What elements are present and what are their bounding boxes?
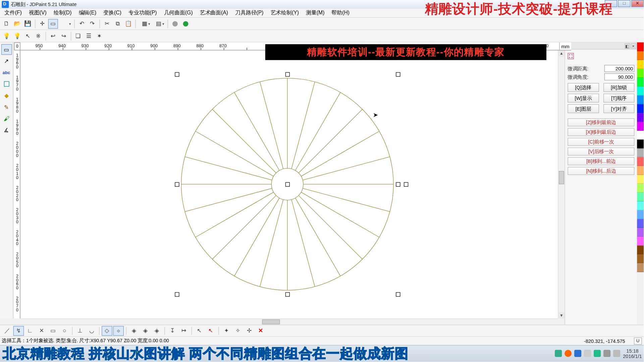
- bt-line-icon[interactable]: ／: [2, 326, 12, 336]
- color-swatch[interactable]: [637, 139, 644, 148]
- color-swatch[interactable]: [637, 228, 644, 237]
- color-swatch[interactable]: [637, 122, 644, 131]
- scroll-up-icon[interactable]: ▲: [558, 50, 565, 56]
- select-tool-icon[interactable]: ▭: [1, 44, 12, 55]
- bt-arc-icon[interactable]: ◡: [86, 326, 97, 336]
- btn-order[interactable]: [T]顺序: [603, 94, 634, 102]
- tray-icon[interactable]: [594, 350, 601, 357]
- tray-network-icon[interactable]: [613, 350, 620, 357]
- undo-icon[interactable]: ↶: [77, 19, 87, 28]
- nudge-angle-input[interactable]: [604, 73, 635, 80]
- color-green-icon[interactable]: [181, 19, 191, 28]
- color-swatch[interactable]: [637, 219, 644, 228]
- bt-arrow-x-icon[interactable]: ↖: [206, 326, 216, 336]
- new-file-icon[interactable]: 🗋: [2, 19, 11, 28]
- paste-icon[interactable]: 📋: [123, 19, 133, 28]
- color-swatch[interactable]: [637, 43, 644, 51]
- panel-close-icon[interactable]: ✕: [631, 43, 636, 49]
- tray-icon[interactable]: [574, 350, 581, 357]
- color-swatch[interactable]: [637, 86, 644, 95]
- btn-to-front[interactable]: [Z]移到最前边: [568, 118, 634, 126]
- bt-s1-icon[interactable]: ✦: [221, 326, 232, 336]
- tray-icon[interactable]: [565, 350, 572, 357]
- canvas[interactable]: ➤: [20, 50, 571, 318]
- redo-icon[interactable]: ↷: [88, 19, 97, 28]
- next-icon[interactable]: ↪: [59, 31, 68, 41]
- bt-angle-icon[interactable]: ∟: [25, 326, 36, 336]
- vertical-ruler[interactable]: 1960197019801990200020102020203020402050…: [14, 50, 20, 318]
- btn-layer[interactable]: [E]图层: [568, 104, 599, 113]
- color-swatch[interactable]: [637, 96, 644, 104]
- menu-toolpath[interactable]: 刀具路径(P): [232, 9, 266, 17]
- bt-d3-icon[interactable]: ◈: [152, 326, 162, 336]
- nudge-dist-input[interactable]: [604, 65, 635, 72]
- measure-tool-icon[interactable]: ∡: [1, 125, 12, 135]
- menu-pro[interactable]: 专业功能(P): [126, 9, 159, 17]
- color-swatch[interactable]: [637, 210, 644, 219]
- btn-align[interactable]: [Y]对齐: [603, 104, 634, 113]
- windows-taskbar[interactable]: 15:18 2016/1/1: [0, 345, 644, 362]
- btn-to-back[interactable]: [X]移到最后边: [568, 128, 634, 136]
- bt-rect-icon[interactable]: ▭: [48, 326, 58, 336]
- bt-delete-icon[interactable]: ✕: [256, 326, 266, 336]
- line-tool-icon[interactable]: ↗: [1, 56, 12, 66]
- color-swatch[interactable]: [637, 193, 644, 201]
- menu-file[interactable]: 文件(F): [2, 9, 24, 17]
- bt-d2-icon[interactable]: ◈: [140, 326, 151, 336]
- color-swatch[interactable]: [637, 166, 644, 175]
- pointer-icon[interactable]: ↖: [23, 31, 33, 41]
- btn-lock[interactable]: [R]加锁: [603, 83, 634, 92]
- menu-transform[interactable]: 变换(C): [101, 9, 124, 17]
- ruler-origin[interactable]: 0: [14, 43, 20, 51]
- btn-before[interactable]: [B]移到...前边: [568, 157, 634, 165]
- tray-volume-icon[interactable]: [603, 350, 610, 357]
- bt-circle-icon[interactable]: ○: [59, 326, 70, 336]
- bt-axis2-icon[interactable]: ↦: [178, 326, 189, 336]
- color-swatch[interactable]: [637, 51, 644, 60]
- close-button[interactable]: ✕: [631, 0, 644, 7]
- color-swatch[interactable]: [637, 113, 644, 122]
- color-swatch[interactable]: [637, 246, 644, 254]
- horizontal-scrollbar[interactable]: [20, 318, 558, 324]
- btn-backward[interactable]: [V]后移一次: [568, 147, 634, 156]
- menu-artsurf[interactable]: 艺术曲面(A): [197, 9, 231, 17]
- menu-measure[interactable]: 测量(M): [303, 9, 327, 17]
- color-swatch[interactable]: [637, 157, 644, 166]
- tray-icon[interactable]: [584, 350, 591, 357]
- grid-dropdown-icon[interactable]: ▦: [138, 19, 151, 28]
- color-swatch[interactable]: [637, 263, 644, 272]
- bt-cross-icon[interactable]: ✕: [36, 326, 47, 336]
- bt-d1-icon[interactable]: ◈: [129, 326, 140, 336]
- panel-pin-icon[interactable]: ◧: [625, 43, 630, 49]
- menu-edit[interactable]: 编辑(E): [76, 9, 99, 17]
- color-swatch[interactable]: [637, 237, 644, 245]
- btn-forward[interactable]: [C]前移一次: [568, 138, 634, 146]
- rect-tool-icon[interactable]: [1, 79, 12, 89]
- bt-axis1-icon[interactable]: ↧: [167, 326, 178, 336]
- menu-draw[interactable]: 绘制(D): [51, 9, 74, 17]
- crosshair-icon[interactable]: ✛: [38, 19, 47, 28]
- pen-tool-icon[interactable]: ✎: [1, 102, 12, 112]
- bt-s3-icon[interactable]: ✢: [244, 326, 255, 336]
- bt-s2-icon[interactable]: ✧: [232, 326, 243, 336]
- btn-show[interactable]: [W]显示: [568, 94, 599, 102]
- layer-dropdown-icon[interactable]: ▤: [152, 19, 165, 28]
- bt-snap2-icon[interactable]: ⟐: [113, 326, 124, 336]
- bulb-orange-icon[interactable]: 💡: [12, 31, 22, 41]
- save-file-icon[interactable]: 💾: [23, 19, 33, 28]
- color-swatch[interactable]: [637, 201, 644, 210]
- menu-help[interactable]: 帮助(H): [329, 9, 352, 17]
- bt-polyline-icon[interactable]: ↯: [13, 326, 24, 336]
- open-file-icon[interactable]: 📂: [12, 19, 22, 28]
- vertical-scrollbar[interactable]: ▲ ▼: [558, 50, 565, 318]
- tray-icon[interactable]: [555, 350, 562, 357]
- color-swatch[interactable]: [637, 184, 644, 192]
- menu-geosurf[interactable]: 几何曲面(G): [161, 9, 196, 17]
- bt-arrow-icon[interactable]: ↖: [194, 326, 205, 336]
- color-swatch[interactable]: [637, 254, 644, 263]
- bulb-yellow-icon[interactable]: 💡: [2, 31, 11, 41]
- color-swatch[interactable]: [637, 60, 644, 69]
- color-swatch[interactable]: [637, 148, 644, 157]
- bt-perp-icon[interactable]: ⊥: [75, 326, 86, 336]
- box-icon[interactable]: ❏: [73, 31, 83, 41]
